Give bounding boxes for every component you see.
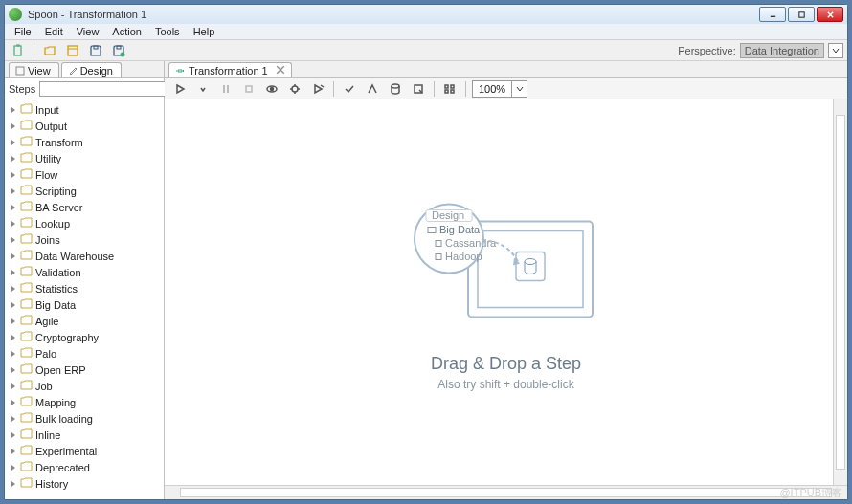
expand-arrow-icon[interactable] (9, 430, 17, 439)
steps-tree[interactable]: InputOutputTransformUtilityFlowScripting… (5, 99, 164, 499)
folder-icon (20, 185, 33, 197)
tree-node-job[interactable]: Job (5, 378, 164, 394)
tree-node-input[interactable]: Input (5, 101, 164, 118)
pause-button[interactable] (216, 80, 235, 98)
expand-arrow-icon[interactable] (9, 300, 17, 309)
tree-node-experimental[interactable]: Experimental (5, 443, 164, 459)
explore-button[interactable] (63, 42, 82, 59)
maximize-button[interactable] (788, 7, 815, 22)
expand-arrow-icon[interactable] (9, 121, 17, 130)
steps-label: Steps (9, 83, 35, 95)
tree-node-big-data[interactable]: Big Data (5, 296, 164, 313)
expand-arrow-icon[interactable] (9, 479, 17, 488)
expand-arrow-icon[interactable] (9, 138, 17, 146)
menu-help[interactable]: Help (188, 25, 221, 38)
open-file-button[interactable] (40, 42, 59, 59)
expand-arrow-icon[interactable] (9, 105, 17, 114)
scrollbar-horizontal[interactable] (165, 485, 847, 499)
folder-icon (20, 168, 33, 181)
impact-button[interactable] (363, 80, 382, 98)
tree-node-mapping[interactable]: Mapping (5, 394, 164, 410)
steps-search-input[interactable] (39, 81, 179, 97)
expand-arrow-icon[interactable] (9, 170, 17, 179)
svg-rect-10 (16, 67, 24, 75)
save-button[interactable] (86, 42, 105, 59)
expand-arrow-icon[interactable] (9, 463, 17, 471)
expand-arrow-icon[interactable] (9, 154, 17, 163)
sql-button[interactable] (386, 80, 405, 98)
show-results-button[interactable] (440, 80, 460, 98)
svg-rect-4 (14, 46, 21, 55)
tree-node-joins[interactable]: Joins (5, 231, 164, 248)
canvas[interactable]: Design Big Data Cassandra Hadoop Drag & (165, 99, 847, 499)
editor-tab-transformation[interactable]: Transformation 1 (168, 62, 292, 77)
folder-icon (20, 298, 33, 311)
folder-icon (20, 363, 33, 376)
preview-button[interactable] (262, 80, 281, 98)
menu-tools[interactable]: Tools (149, 25, 186, 38)
tree-node-deprecated[interactable]: Deprecated (5, 459, 164, 475)
tree-node-cryptography[interactable]: Cryptography (5, 329, 164, 345)
menu-file[interactable]: File (9, 25, 37, 38)
minimize-button[interactable] (759, 7, 786, 22)
stop-button[interactable] (239, 80, 258, 98)
menu-action[interactable]: Action (106, 25, 147, 38)
tree-node-lookup[interactable]: Lookup (5, 215, 164, 231)
tree-node-open-erp[interactable]: Open ERP (5, 362, 164, 378)
replay-button[interactable] (308, 80, 327, 98)
menu-view[interactable]: View (71, 25, 105, 38)
editor-tab-close-icon[interactable] (276, 65, 285, 77)
tab-view[interactable]: View (9, 62, 59, 77)
expand-arrow-icon[interactable] (9, 333, 17, 341)
save-as-button[interactable] (109, 42, 128, 59)
folder-icon (20, 152, 33, 164)
expand-arrow-icon[interactable] (9, 317, 17, 325)
new-file-button[interactable] (9, 42, 28, 59)
expand-arrow-icon[interactable] (9, 203, 17, 211)
expand-arrow-icon[interactable] (9, 365, 17, 374)
sidebar-tabs: View Design (5, 61, 164, 78)
tree-node-ba-server[interactable]: BA Server (5, 199, 164, 215)
tree-node-validation[interactable]: Validation (5, 264, 164, 280)
window-buttons (757, 7, 843, 22)
expand-arrow-icon[interactable] (9, 447, 17, 455)
pencil-icon (68, 66, 78, 76)
expand-arrow-icon[interactable] (9, 414, 17, 423)
tree-node-label: Deprecated (35, 462, 90, 473)
scrollbar-vertical[interactable] (833, 99, 847, 485)
expand-arrow-icon[interactable] (9, 398, 17, 406)
perspective-value[interactable]: Data Integration (740, 43, 824, 58)
tree-node-statistics[interactable]: Statistics (5, 280, 164, 296)
expand-arrow-icon[interactable] (9, 268, 17, 276)
tree-node-flow[interactable]: Flow (5, 166, 164, 183)
run-dropdown-button[interactable] (193, 80, 213, 98)
tree-node-palo[interactable]: Palo (5, 345, 164, 362)
expand-arrow-icon[interactable] (9, 284, 17, 293)
verify-button[interactable] (340, 80, 359, 98)
zoom-dropdown-button[interactable] (511, 81, 527, 97)
tree-node-data-warehouse[interactable]: Data Warehouse (5, 248, 164, 264)
tree-node-utility[interactable]: Utility (5, 150, 164, 166)
debug-button[interactable] (285, 80, 304, 98)
tree-node-history[interactable]: History (5, 475, 164, 492)
tree-node-bulk-loading[interactable]: Bulk loading (5, 410, 164, 427)
expand-arrow-icon[interactable] (9, 252, 17, 260)
expand-arrow-icon[interactable] (9, 349, 17, 358)
placeholder-illustration: Design Big Data Cassandra Hadoop (411, 192, 602, 336)
explore-db-button[interactable] (409, 80, 428, 98)
perspective-dropdown-button[interactable] (828, 43, 843, 58)
tab-design[interactable]: Design (61, 62, 122, 77)
tree-node-output[interactable]: Output (5, 118, 164, 134)
tree-node-inline[interactable]: Inline (5, 427, 164, 443)
expand-arrow-icon[interactable] (9, 235, 17, 244)
tree-node-scripting[interactable]: Scripting (5, 183, 164, 199)
zoom-control[interactable]: 100% (472, 80, 527, 98)
expand-arrow-icon[interactable] (9, 382, 17, 390)
tree-node-transform[interactable]: Transform (5, 134, 164, 150)
expand-arrow-icon[interactable] (9, 186, 17, 195)
menu-edit[interactable]: Edit (39, 25, 69, 38)
close-button[interactable] (817, 7, 843, 22)
run-button[interactable] (170, 80, 190, 98)
tree-node-agile[interactable]: Agile (5, 313, 164, 329)
expand-arrow-icon[interactable] (9, 219, 17, 228)
